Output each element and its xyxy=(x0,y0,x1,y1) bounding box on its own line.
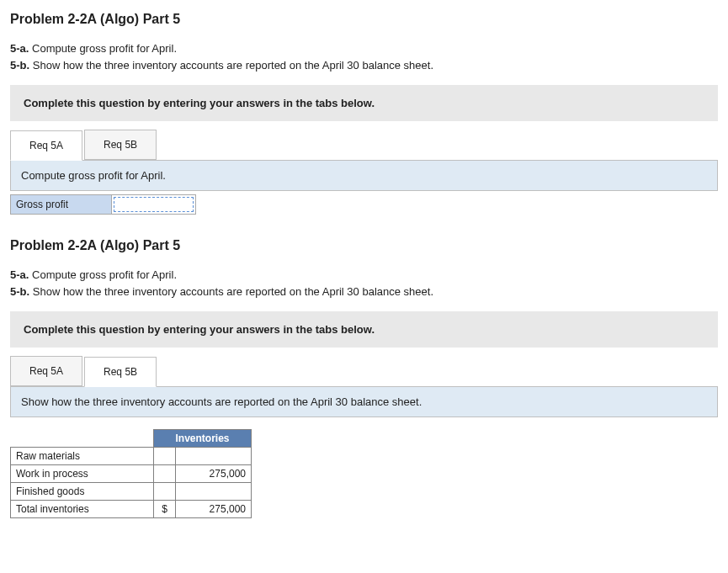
table-row: Total inventories $ 275,000 xyxy=(11,501,252,518)
gross-profit-label: Gross profit xyxy=(11,195,112,215)
row-raw-value[interactable] xyxy=(176,448,252,465)
table-row: Inventories xyxy=(11,430,252,448)
prompt-5b-label: 5-b. xyxy=(10,59,29,72)
prompt-5a-label-2: 5-a. xyxy=(10,268,29,281)
section-1: Problem 2-2A (Algo) Part 5 5-a. Compute … xyxy=(10,12,718,215)
row-wip-value[interactable]: 275,000 xyxy=(176,465,252,483)
tab-banner-2: Show how the three inventory accounts ar… xyxy=(10,387,718,417)
table-row: Gross profit xyxy=(11,195,196,215)
prompt-5a-text: Compute gross profit for April. xyxy=(32,42,177,55)
row-raw-label: Raw materials xyxy=(11,448,154,465)
row-total-label: Total inventories xyxy=(11,501,154,518)
row-total-value: 275,000 xyxy=(176,501,252,518)
tab-req-5a[interactable]: Req 5A xyxy=(10,130,82,161)
tab-banner-1: Compute gross profit for April. xyxy=(10,161,718,191)
prompt-5b-2: 5-b. Show how the three inventory accoun… xyxy=(10,284,718,300)
table-row: Work in process 275,000 xyxy=(11,465,252,483)
prompt-5b-text-2: Show how the three inventory accounts ar… xyxy=(33,285,433,298)
instruction-box-2: Complete this question by entering your … xyxy=(10,311,718,348)
row-wip-currency[interactable] xyxy=(154,465,176,483)
row-raw-currency[interactable] xyxy=(154,448,176,465)
tabs-row-1: Req 5A Req 5B xyxy=(10,130,718,161)
prompt-5b-text: Show how the three inventory accounts ar… xyxy=(33,59,433,72)
prompt-5b-label-2: 5-b. xyxy=(10,285,29,298)
row-total-currency: $ xyxy=(154,501,176,518)
gross-profit-input[interactable] xyxy=(114,197,194,212)
section-2: Problem 2-2A (Algo) Part 5 5-a. Compute … xyxy=(10,238,718,518)
instruction-box-1: Complete this question by entering your … xyxy=(10,85,718,121)
blank-cell xyxy=(11,430,154,448)
gross-profit-table: Gross profit xyxy=(10,194,196,215)
tab-req-5b[interactable]: Req 5B xyxy=(84,130,157,160)
prompt-5a-label: 5-a. xyxy=(10,42,29,55)
instructions-2: 5-a. Compute gross profit for April. 5-b… xyxy=(10,267,718,300)
problem-title-1: Problem 2-2A (Algo) Part 5 xyxy=(10,12,718,27)
prompt-5a-text-2: Compute gross profit for April. xyxy=(32,268,177,281)
row-fg-value[interactable] xyxy=(176,483,252,501)
problem-title-2: Problem 2-2A (Algo) Part 5 xyxy=(10,238,718,253)
row-wip-label: Work in process xyxy=(11,465,154,483)
prompt-5a-2: 5-a. Compute gross profit for April. xyxy=(10,267,718,284)
tabs-row-2: Req 5A Req 5B xyxy=(10,356,718,387)
tab-req-5a-2[interactable]: Req 5A xyxy=(10,356,82,386)
inventories-header: Inventories xyxy=(154,430,252,448)
gross-profit-input-cell xyxy=(112,195,196,215)
prompt-5b: 5-b. Show how the three inventory accoun… xyxy=(10,57,718,74)
inventories-table: Inventories Raw materials Work in proces… xyxy=(10,429,252,518)
table-row: Raw materials xyxy=(11,448,252,465)
table-row: Finished goods xyxy=(11,483,252,501)
prompt-5a: 5-a. Compute gross profit for April. xyxy=(10,40,718,57)
row-fg-currency[interactable] xyxy=(154,483,176,501)
row-fg-label: Finished goods xyxy=(11,483,154,501)
instructions-1: 5-a. Compute gross profit for April. 5-b… xyxy=(10,40,718,73)
tab-req-5b-2[interactable]: Req 5B xyxy=(84,357,157,387)
